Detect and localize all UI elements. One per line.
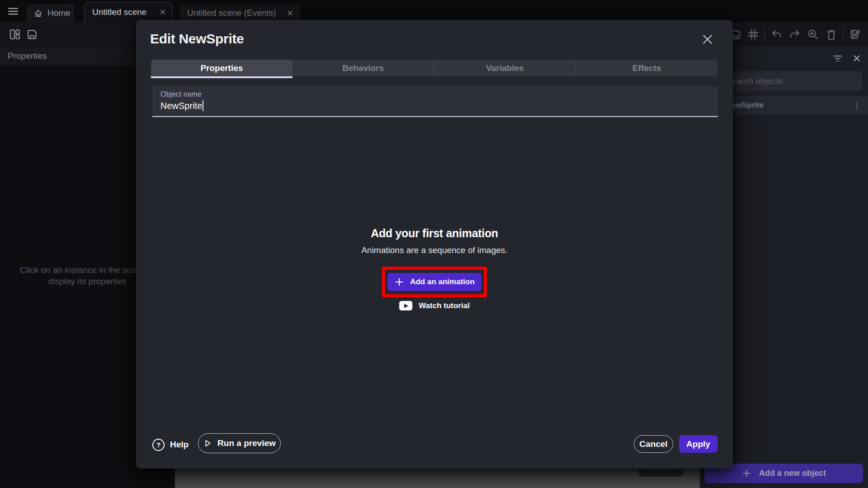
grid-icon[interactable] (747, 28, 760, 41)
zoom-in-icon[interactable] (807, 28, 819, 41)
dialog-title: Edit NewSprite (150, 31, 244, 47)
scene-canvas[interactable]: 1510,801 (175, 468, 700, 488)
tab-properties[interactable]: Properties (151, 60, 292, 78)
add-animation-button[interactable]: Add an animation (387, 273, 481, 291)
save-icon[interactable] (26, 28, 38, 41)
close-icon[interactable] (701, 33, 714, 46)
object-name-input[interactable]: Object name NewSprite (152, 86, 718, 117)
editor-layout-icon[interactable] (9, 28, 21, 41)
main-menu-button[interactable] (6, 5, 20, 17)
tab-untitled-scene-events[interactable]: Untitled scene (Events) (179, 4, 300, 22)
cancel-button[interactable]: Cancel (634, 435, 673, 453)
tab-effects[interactable]: Effects (576, 60, 717, 76)
apply-button[interactable]: Apply (679, 435, 717, 453)
top-bar: Home Untitled scene Untitled scene (Even… (0, 0, 868, 22)
run-preview-button[interactable]: Run a preview (198, 433, 281, 453)
close-icon[interactable] (852, 53, 862, 63)
watch-tutorial-button[interactable]: Watch tutorial (399, 301, 470, 310)
gdevelop-editor: Home Untitled scene Untitled scene (Even… (0, 0, 868, 488)
tab-home[interactable]: Home (26, 4, 74, 22)
tab-untitled-scene[interactable]: Untitled scene (84, 2, 173, 22)
home-icon (33, 9, 43, 18)
help-label: Help (170, 440, 189, 450)
tab-variables[interactable]: Variables (434, 60, 576, 76)
toolbar-separator (843, 26, 843, 42)
tab-behaviors[interactable]: Behaviors (292, 60, 434, 76)
tab-scene-label: Untitled scene (92, 7, 153, 17)
close-icon[interactable] (286, 9, 294, 17)
hamburger-menu-icon (7, 5, 19, 17)
plus-icon (394, 277, 404, 287)
kebab-menu-icon[interactable] (852, 100, 862, 110)
run-preview-label: Run a preview (217, 438, 276, 448)
redo-icon[interactable] (788, 28, 801, 41)
undo-icon[interactable] (770, 28, 783, 41)
trash-icon[interactable] (825, 28, 838, 41)
add-animation-label: Add an animation (410, 277, 475, 286)
watch-tutorial-label: Watch tutorial (419, 301, 470, 310)
empty-state-subheading: Animations are a sequence of images. (136, 245, 733, 255)
text-cursor (203, 100, 203, 111)
dialog-tab-bar: Properties Behaviors Variables Effects (151, 60, 717, 78)
object-name-field-label: Object name (160, 90, 202, 99)
youtube-icon (399, 301, 412, 310)
object-name-field-value: NewSprite (160, 100, 203, 111)
toolbar-separator (764, 26, 764, 42)
filter-icon[interactable] (832, 52, 844, 64)
help-icon: ? (152, 439, 165, 451)
plus-icon (741, 468, 752, 479)
close-icon[interactable] (159, 8, 167, 16)
tab-home-label: Home (47, 8, 74, 18)
add-new-object-label: Add a new object (759, 469, 826, 478)
tab-events-label: Untitled scene (Events) (187, 8, 281, 18)
tutorial-highlight-box: Add an animation (382, 267, 487, 297)
edit-object-dialog: Edit NewSprite Properties Behaviors Vari… (136, 20, 733, 469)
play-icon (203, 439, 212, 448)
scene-notes-icon[interactable] (849, 28, 862, 41)
help-button[interactable]: ? Help (152, 436, 189, 453)
empty-state-heading: Add your first animation (136, 227, 733, 240)
